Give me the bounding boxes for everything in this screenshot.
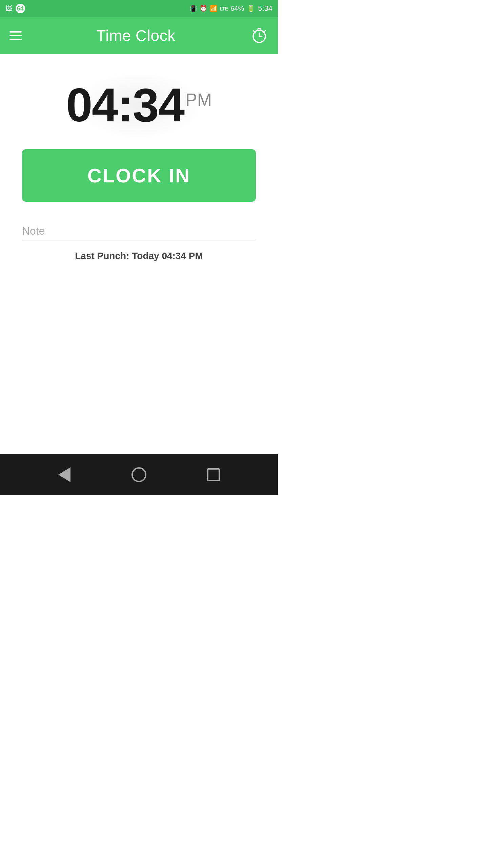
status-time: 5:34 xyxy=(258,4,272,13)
note-input[interactable] xyxy=(22,222,256,240)
app-title: Time Clock xyxy=(96,26,175,45)
main-content: 04:34 PM CLOCK IN Last Punch: Today 04:3… xyxy=(0,54,278,454)
current-time: 04:34 xyxy=(66,81,184,129)
status-bar: 🖼 64 📳 ⏰ 📶 LTE 64% 🔋 5:34 xyxy=(0,0,278,17)
home-icon xyxy=(131,467,146,482)
nav-bar xyxy=(0,454,278,495)
status-bar-right: 📳 ⏰ 📶 LTE 64% 🔋 5:34 xyxy=(189,4,272,13)
hamburger-menu-button[interactable] xyxy=(9,31,22,40)
home-button[interactable] xyxy=(129,465,149,485)
time-display: 04:34 PM xyxy=(66,81,212,129)
back-icon xyxy=(58,467,70,482)
vibrate-icon: 📳 xyxy=(189,5,197,12)
alarm-clock-icon[interactable] xyxy=(250,26,268,45)
app-bar: Time Clock xyxy=(0,17,278,54)
clock-in-button[interactable]: CLOCK IN xyxy=(22,149,256,202)
time-container: 04:34 PM xyxy=(66,81,212,129)
battery-icon: 🔋 xyxy=(247,4,255,13)
wifi-icon: 📶 xyxy=(210,5,217,12)
recents-button[interactable] xyxy=(203,465,224,485)
battery-percent: 64% xyxy=(230,5,244,13)
status-bar-left: 🖼 64 xyxy=(5,4,25,13)
signal-icon: LTE xyxy=(220,6,228,12)
notification-badge: 64 xyxy=(16,4,25,13)
recents-icon xyxy=(207,468,220,481)
back-button[interactable] xyxy=(54,465,75,485)
image-icon: 🖼 xyxy=(5,5,12,13)
last-punch-label: Last Punch: Today 04:34 PM xyxy=(75,251,203,261)
alarm-icon: ⏰ xyxy=(200,5,207,12)
note-container xyxy=(22,222,256,240)
time-ampm: PM xyxy=(185,90,212,110)
